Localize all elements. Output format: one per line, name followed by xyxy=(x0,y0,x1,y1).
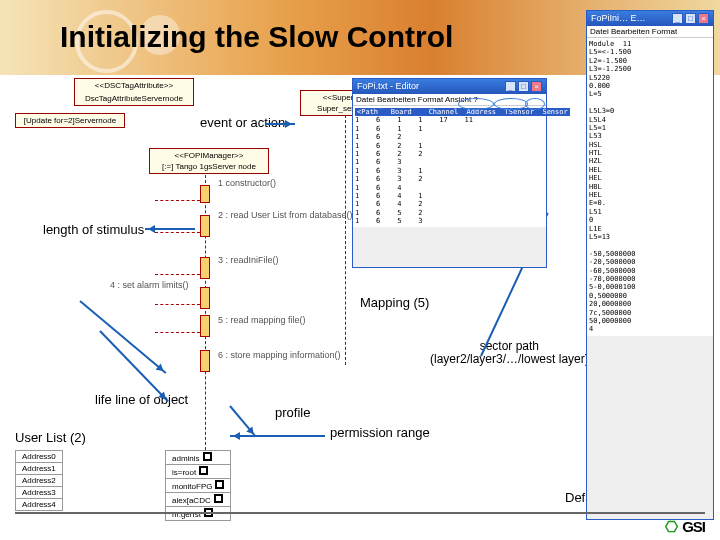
uml-box-update: [Update for=2]Servernode xyxy=(15,113,125,128)
step-label-3: 3 : readIniFile() xyxy=(218,255,279,265)
anno-permission-range: permission range xyxy=(330,425,430,440)
highlight-tsensor-col xyxy=(494,98,528,110)
uml-box-fopimgr-name: [:=] Tango 1gsServer node xyxy=(149,160,269,174)
window-controls: _ □ × xyxy=(672,13,709,24)
arrow-perm xyxy=(230,435,325,437)
anno-sector-path: sector path (layer2/layer3/…/lowest laye… xyxy=(430,340,589,366)
editor-body[interactable]: Module 11 L5=<-1.500 L2=-1.500 L3=-1.250… xyxy=(587,38,713,336)
footer-divider xyxy=(15,512,705,514)
user-list-address-table: Address0 Address1 Address2 Address3 Addr… xyxy=(15,450,63,511)
anno-length-of-stimulus: length of stimulus xyxy=(43,222,144,237)
window-title: FoPiIni… E… xyxy=(591,13,646,24)
gsi-logo: ⎔ GSI xyxy=(665,518,705,536)
menu-item[interactable]: Bearbeiten xyxy=(611,27,650,36)
page-title: Initializing the Slow Control xyxy=(60,20,453,54)
activation-bar xyxy=(200,215,210,237)
table-cell: adminis xyxy=(166,451,231,465)
menu-item[interactable]: Format xyxy=(418,95,443,104)
table-cell: alex[aCDC xyxy=(166,493,231,507)
arrow-stimulus xyxy=(145,228,195,230)
menu-item[interactable]: Format xyxy=(652,27,677,36)
anno-life-line: life line of object xyxy=(95,392,188,407)
highlight-sensor-col xyxy=(525,98,545,110)
uml-box-dsctag-name: DscTagAttributeServernode xyxy=(74,92,194,106)
step-label-6: 6 : store mapping information() xyxy=(218,350,341,360)
arrow-event xyxy=(265,123,295,125)
editor-data-rows: 1 6 1 1 17 11 1 6 1 1 1 6 2 1 6 2 1 1 6 … xyxy=(355,116,473,225)
close-icon[interactable]: × xyxy=(698,13,709,24)
return-dash xyxy=(155,232,200,233)
activation-bar xyxy=(200,287,210,309)
table-cell: Address0 xyxy=(16,451,63,463)
menu-item[interactable]: Datei xyxy=(590,27,609,36)
step-label-1: 1 constructor() xyxy=(218,178,276,188)
maximize-icon[interactable]: □ xyxy=(685,13,696,24)
return-dash xyxy=(155,304,200,305)
step-label-2: 2 : read User List from database() xyxy=(218,210,353,220)
return-dash xyxy=(155,332,200,333)
checkbox-icon xyxy=(199,466,208,475)
anno-profile: profile xyxy=(275,405,310,420)
editor-body[interactable]: <Path Board Channel Address TSensor Sens… xyxy=(353,106,546,227)
highlight-address-col xyxy=(458,98,494,110)
table-cell: Address1 xyxy=(16,463,63,475)
table-cell: Address4 xyxy=(16,499,63,511)
window-menubar[interactable]: Datei Bearbeiten Format xyxy=(587,26,713,38)
activation-bar xyxy=(200,315,210,337)
checkbox-icon xyxy=(215,480,224,489)
lifeline-superserver xyxy=(345,115,347,365)
step-label-5: 5 : read mapping file() xyxy=(218,315,306,325)
close-icon[interactable]: × xyxy=(531,81,542,92)
user-list-names-table: adminis is=root monitoFPG alex[aCDC hr.g… xyxy=(165,450,231,521)
window-titlebar[interactable]: FoPiIni… E… _ □ × xyxy=(587,11,713,26)
return-dash xyxy=(155,274,200,275)
step-label-4: 4 : set alarm limits() xyxy=(110,280,189,290)
arrow-life xyxy=(79,300,166,374)
minimize-icon[interactable]: _ xyxy=(672,13,683,24)
uml-box-dsctag-stereo: <<DSCTagAttribute>> xyxy=(74,78,194,93)
menu-item[interactable]: Bearbeiten xyxy=(377,95,416,104)
minimize-icon[interactable]: _ xyxy=(505,81,516,92)
checkbox-icon xyxy=(203,452,212,461)
table-cell: is=root xyxy=(166,465,231,479)
activation-bar xyxy=(200,185,210,203)
table-cell: Address2 xyxy=(16,475,63,487)
maximize-icon[interactable]: □ xyxy=(518,81,529,92)
activation-bar xyxy=(200,350,210,372)
menu-item[interactable]: Datei xyxy=(356,95,375,104)
return-dash xyxy=(155,200,200,201)
checkbox-icon xyxy=(214,494,223,503)
activation-bar xyxy=(200,257,210,279)
table-cell: Address3 xyxy=(16,487,63,499)
window-title: FoPi.txt - Editor xyxy=(357,81,419,92)
editor-window-ini: FoPiIni… E… _ □ × Datei Bearbeiten Forma… xyxy=(586,10,714,520)
table-cell: monitoFPG xyxy=(166,479,231,493)
window-titlebar[interactable]: FoPi.txt - Editor _ □ × xyxy=(353,79,546,94)
anno-user-list: User List (2) xyxy=(15,430,86,445)
anno-mapping: Mapping (5) xyxy=(360,295,429,310)
window-controls: _ □ × xyxy=(505,81,542,92)
